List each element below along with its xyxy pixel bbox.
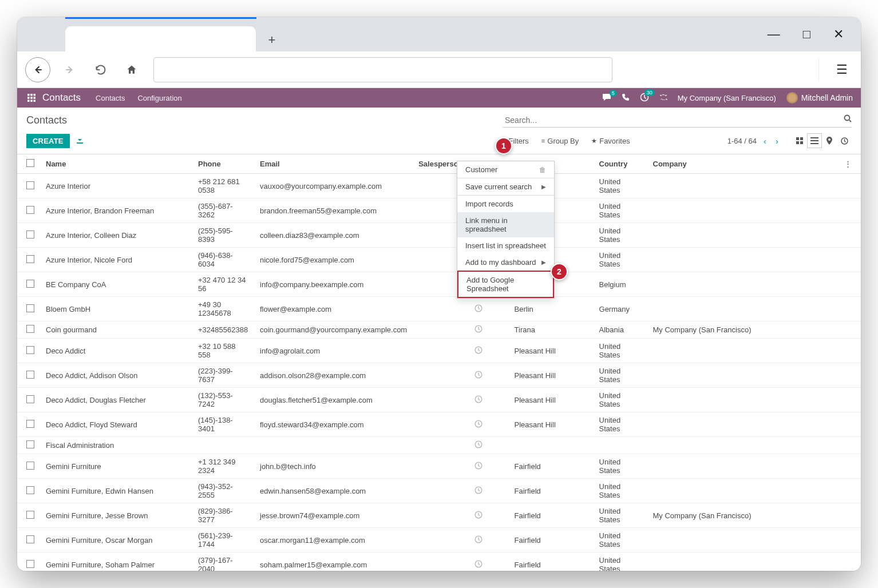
favorites-item[interactable]: Save current search▶: [457, 178, 554, 195]
favorites-item[interactable]: Insert list in spreadsheet: [457, 237, 554, 254]
table-row[interactable]: BE Company CoA+32 470 12 34 56info@compa…: [17, 272, 861, 297]
company-switcher[interactable]: My Company (San Francisco): [678, 94, 776, 102]
favorites-item[interactable]: Link menu in spreadsheet: [457, 212, 554, 237]
cell-phone: (132)-553-7242: [192, 388, 254, 412]
table-row[interactable]: Azure Interior+58 212 681 0538vauxoo@you…: [17, 174, 861, 198]
debug-icon[interactable]: [659, 93, 667, 103]
trash-icon[interactable]: 🗑: [539, 166, 546, 174]
clock-icon[interactable]: [474, 561, 482, 570]
column-options-icon[interactable]: ⋮: [844, 160, 852, 168]
row-checkbox[interactable]: [26, 280, 34, 288]
table-row[interactable]: Azure Interior, Nicole Ford(946)-638-603…: [17, 248, 861, 272]
row-checkbox[interactable]: [26, 371, 34, 379]
th-country[interactable]: Country: [594, 154, 647, 174]
row-checkbox[interactable]: [26, 346, 34, 354]
table-row[interactable]: Deco Addict, Addison Olson(223)-399-7637…: [17, 363, 861, 388]
favorites-button[interactable]: ★ Favorites: [586, 134, 635, 148]
view-kanban-button[interactable]: [792, 133, 807, 148]
view-list-button[interactable]: [807, 133, 822, 148]
messaging-icon[interactable]: 5: [602, 93, 611, 103]
table-row[interactable]: Deco Addict, Douglas Fletcher(132)-553-7…: [17, 388, 861, 412]
clock-icon[interactable]: [474, 487, 482, 496]
user-menu[interactable]: Mitchell Admin: [786, 92, 853, 104]
browser-menu-button[interactable]: ☰: [818, 58, 853, 81]
clock-icon[interactable]: [474, 420, 482, 430]
import-button[interactable]: [76, 136, 84, 146]
cell-country: United States: [594, 479, 647, 503]
th-company[interactable]: Company: [647, 154, 839, 174]
row-checkbox[interactable]: [26, 486, 34, 494]
row-checkbox[interactable]: [26, 511, 34, 519]
clock-icon[interactable]: [474, 325, 482, 335]
favorites-item[interactable]: Customer🗑: [457, 161, 554, 178]
phone-icon[interactable]: [622, 93, 630, 103]
minimize-button[interactable]: —: [768, 27, 780, 42]
row-checkbox[interactable]: [26, 462, 34, 470]
row-checkbox[interactable]: [26, 325, 34, 333]
row-checkbox[interactable]: [26, 395, 34, 403]
row-checkbox[interactable]: [26, 255, 34, 263]
table-row[interactable]: Gemini Furniture, Oscar Morgan(561)-239-…: [17, 528, 861, 553]
th-phone[interactable]: Phone: [192, 154, 254, 174]
back-button[interactable]: [25, 57, 50, 82]
create-button[interactable]: CREATE: [26, 134, 70, 148]
reload-button[interactable]: [89, 58, 112, 81]
table-row[interactable]: Deco Addict, Floyd Steward(145)-138-3401…: [17, 412, 861, 437]
pager-text[interactable]: 1-64 / 64: [727, 137, 757, 145]
table-row[interactable]: Azure Interior, Colleen Diaz(255)-595-83…: [17, 223, 861, 248]
url-bar[interactable]: [153, 57, 612, 82]
activities-icon[interactable]: 30: [640, 93, 649, 104]
forward-button[interactable]: [58, 58, 81, 81]
cell-email: floyd.steward34@example.com: [254, 412, 413, 437]
row-checkbox[interactable]: [26, 231, 34, 239]
view-map-button[interactable]: [822, 133, 837, 148]
clock-icon[interactable]: [474, 347, 482, 356]
view-activity-button[interactable]: [837, 133, 852, 148]
close-button[interactable]: ✕: [833, 27, 844, 42]
pager-next[interactable]: ›: [773, 135, 781, 147]
table-row[interactable]: Deco Addict+32 10 588 558info@agrolait.c…: [17, 339, 861, 363]
app-title[interactable]: Contacts: [42, 92, 81, 104]
clock-icon[interactable]: [474, 462, 482, 471]
clock-icon[interactable]: [474, 536, 482, 545]
pager-prev[interactable]: ‹: [761, 135, 769, 147]
row-checkbox[interactable]: [26, 206, 34, 214]
search-input[interactable]: [503, 113, 852, 128]
row-checkbox[interactable]: [26, 560, 34, 568]
clock-icon[interactable]: [474, 305, 482, 314]
apps-launcher-icon[interactable]: [25, 94, 38, 102]
cell-company: [647, 437, 839, 454]
groupby-button[interactable]: ≡ Group By: [536, 134, 584, 148]
table-row[interactable]: Gemini Furniture+1 312 349 2324john.b@te…: [17, 454, 861, 479]
clock-icon[interactable]: [474, 441, 482, 450]
th-name[interactable]: Name: [40, 154, 192, 174]
clock-icon[interactable]: [474, 371, 482, 380]
home-button[interactable]: [120, 58, 143, 81]
favorites-item[interactable]: Add to my dashboard▶: [457, 254, 554, 271]
th-email[interactable]: Email: [254, 154, 413, 174]
clock-icon[interactable]: [474, 396, 482, 405]
table-row[interactable]: Coin gourmand+32485562388coin.gourmand@y…: [17, 321, 861, 339]
favorites-item[interactable]: Import records: [457, 196, 554, 212]
table-row[interactable]: Azure Interior, Brandon Freeman(355)-687…: [17, 198, 861, 223]
table-row[interactable]: Gemini Furniture, Jesse Brown(829)-386-3…: [17, 503, 861, 528]
row-checkbox[interactable]: [26, 420, 34, 428]
row-checkbox[interactable]: [26, 304, 34, 312]
clock-icon[interactable]: [474, 511, 482, 521]
nav-link-configuration[interactable]: Configuration: [137, 94, 181, 102]
table-row[interactable]: Fiscal Administration: [17, 437, 861, 454]
svg-rect-17: [810, 143, 818, 144]
table-row[interactable]: Bloem GmbH+49 30 12345678flower@example.…: [17, 297, 861, 321]
row-checkbox[interactable]: [26, 440, 34, 448]
browser-tab[interactable]: [65, 26, 256, 51]
table-row[interactable]: Gemini Furniture, Soham Palmer(379)-167-…: [17, 553, 861, 571]
select-all-checkbox[interactable]: [26, 159, 34, 167]
nav-link-contacts[interactable]: Contacts: [96, 94, 125, 102]
table-row[interactable]: Gemini Furniture, Edwin Hansen(943)-352-…: [17, 479, 861, 503]
search-icon[interactable]: [844, 114, 852, 125]
row-checkbox[interactable]: [26, 181, 34, 189]
row-checkbox[interactable]: [26, 535, 34, 543]
favorites-item[interactable]: Add to Google Spreadsheet: [457, 271, 554, 298]
new-tab-button[interactable]: +: [260, 29, 283, 51]
maximize-button[interactable]: □: [803, 27, 810, 42]
